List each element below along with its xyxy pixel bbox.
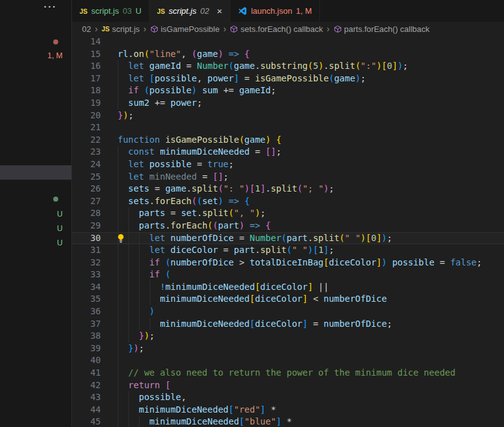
breadcrumb-item[interactable]: parts.forEach() callback [334, 24, 430, 34]
git-status-badge[interactable]: U [57, 224, 63, 233]
code-line[interactable]: 33 if ( [72, 269, 504, 281]
code-line[interactable]: 44 minimumDiceNeeded["red"] * [72, 404, 504, 416]
git-change-dot-icon[interactable] [53, 39, 58, 44]
tab-script-js-03[interactable]: JS script.js 03 U [72, 0, 150, 22]
line-number[interactable]: 21 [72, 121, 118, 134]
line-number[interactable]: 38 [72, 330, 118, 342]
more-actions-icon[interactable]: ··· [44, 1, 57, 12]
indent-guide [118, 73, 118, 85]
line-number[interactable]: 40 [72, 354, 118, 367]
line-number[interactable]: 35 [72, 293, 118, 306]
code-editor[interactable]: 1415rl.on("line", (game) => {16 let game… [72, 36, 504, 427]
line-number[interactable]: 34 [72, 281, 118, 294]
line-number[interactable]: 26 [72, 183, 118, 195]
line-number[interactable]: 24 [72, 158, 118, 171]
line-number[interactable]: 14 [72, 36, 118, 48]
line-number[interactable]: 22 [72, 134, 118, 147]
code-line[interactable]: 17 let [possible, power] = isGamePossibl… [72, 73, 504, 85]
line-number[interactable]: 25 [72, 171, 118, 183]
code-line[interactable]: 45 minimumDiceNeeded["blue"] * [72, 416, 504, 427]
code-line[interactable]: 40 [72, 354, 504, 367]
line-number[interactable]: 45 [72, 416, 118, 427]
code-line[interactable]: 34 !minimumDiceNeeded[diceColor] || [72, 281, 504, 294]
breadcrumb-item[interactable]: JSscript.js [101, 24, 140, 34]
line-number[interactable]: 43 [72, 391, 118, 404]
code-text: let minNeeded = []; [118, 171, 504, 183]
indent-guide [150, 293, 150, 306]
line-number[interactable]: 33 [72, 269, 118, 281]
line-number[interactable]: 37 [72, 318, 118, 331]
code-line[interactable]: 31 let diceColor = part.split(" ")[1]; [72, 244, 504, 257]
code-line[interactable]: 29 parts.forEach((part) => { [72, 220, 504, 232]
symbol-method-icon [334, 25, 342, 33]
code-line[interactable]: 19 sum2 += power; [72, 97, 504, 110]
line-number[interactable]: 16 [72, 60, 118, 73]
code-line[interactable]: 43 possible, [72, 391, 504, 404]
breadcrumb-item[interactable]: isGamePossible [150, 24, 220, 34]
code-line[interactable]: 16 let gameId = Number(game.substring(5)… [72, 60, 504, 73]
line-number[interactable]: 18 [72, 85, 118, 97]
code-line[interactable]: 18 if (possible) sum += gameId; [72, 85, 504, 97]
indent-guide [139, 293, 140, 306]
indent-guide [118, 146, 118, 158]
breadcrumb-item[interactable]: 02 [82, 24, 91, 34]
code-line[interactable]: 30 let numberOfDice = Number(part.split(… [72, 232, 504, 245]
code-line[interactable]: 26 sets = game.split(": ")[1].split("; "… [72, 183, 504, 195]
code-line[interactable]: 36 ) [72, 306, 504, 318]
git-status-badge[interactable]: 1, M [48, 51, 63, 60]
explorer-selected-row[interactable] [0, 165, 71, 180]
code-line[interactable]: 25 let minNeeded = []; [72, 171, 504, 183]
code-text: sum2 += power; [118, 97, 504, 110]
code-line[interactable]: 35 minimumDiceNeeded[diceColor] < number… [72, 293, 504, 306]
line-number[interactable]: 32 [72, 257, 118, 269]
line-number[interactable]: 30 [72, 232, 118, 245]
git-status-badge[interactable]: U [57, 210, 63, 219]
code-line[interactable]: 15rl.on("line", (game) => { [72, 48, 504, 61]
line-number[interactable]: 15 [72, 48, 118, 61]
code-line[interactable]: 20}); [72, 110, 504, 122]
line-number[interactable]: 19 [72, 97, 118, 110]
indent-guide [118, 342, 118, 355]
line-number[interactable]: 36 [72, 306, 118, 318]
indent-guide [118, 195, 118, 208]
chevron-right-icon: › [143, 24, 147, 34]
tab-launch-json[interactable]: launch.json 1, M [230, 0, 320, 22]
indent-guide [118, 207, 118, 220]
code-line[interactable]: 22function isGamePossible(game) { [72, 134, 504, 147]
line-number[interactable]: 17 [72, 73, 118, 85]
line-number[interactable]: 41 [72, 367, 118, 379]
js-file-icon: JS [157, 8, 165, 15]
code-text: let diceColor = part.split(" ")[1]; [118, 244, 504, 257]
code-line[interactable]: 41 // we also need to return the power o… [72, 367, 504, 379]
explorer-sidebar: ··· 1, MUUU [0, 0, 72, 427]
line-number[interactable]: 44 [72, 404, 118, 416]
breadcrumb-label: 02 [82, 24, 91, 34]
code-line[interactable]: 38 }); [72, 330, 504, 342]
line-number[interactable]: 27 [72, 195, 118, 208]
line-number[interactable]: 20 [72, 110, 118, 122]
code-line[interactable]: 14 [72, 36, 504, 48]
tab-script-js-02-active[interactable]: JS script.js 02 × [150, 0, 230, 22]
code-line[interactable]: 32 if (numberOfDice > totalDiceInBag[dic… [72, 257, 504, 269]
breadcrumb-item[interactable]: sets.forEach() callback [230, 24, 323, 34]
code-line[interactable]: 23 const minimumDiceNeeded = []; [72, 146, 504, 158]
code-line[interactable]: 21 [72, 121, 504, 134]
js-file-icon: JS [80, 8, 88, 15]
code-line[interactable]: 27 sets.forEach((set) => { [72, 195, 504, 208]
code-text: }); [118, 110, 504, 122]
code-line[interactable]: 28 parts = set.split(", "); [72, 207, 504, 220]
git-status-badge[interactable]: U [57, 239, 63, 247]
line-number[interactable]: 31 [72, 244, 118, 257]
git-change-dot-icon[interactable] [53, 197, 58, 202]
line-number[interactable]: 39 [72, 342, 118, 355]
line-number[interactable]: 23 [72, 146, 118, 158]
line-number[interactable]: 28 [72, 207, 118, 220]
line-number[interactable]: 29 [72, 220, 118, 232]
code-line[interactable]: 37 minimumDiceNeeded[diceColor] = number… [72, 318, 504, 331]
code-line[interactable]: 42 return [ [72, 379, 504, 392]
code-line[interactable]: 39 }); [72, 342, 504, 355]
code-line[interactable]: 24 let possible = true; [72, 158, 504, 171]
close-icon[interactable]: × [217, 6, 222, 16]
line-number[interactable]: 42 [72, 379, 118, 392]
code-text: minimumDiceNeeded[diceColor] < numberOfD… [118, 293, 504, 306]
